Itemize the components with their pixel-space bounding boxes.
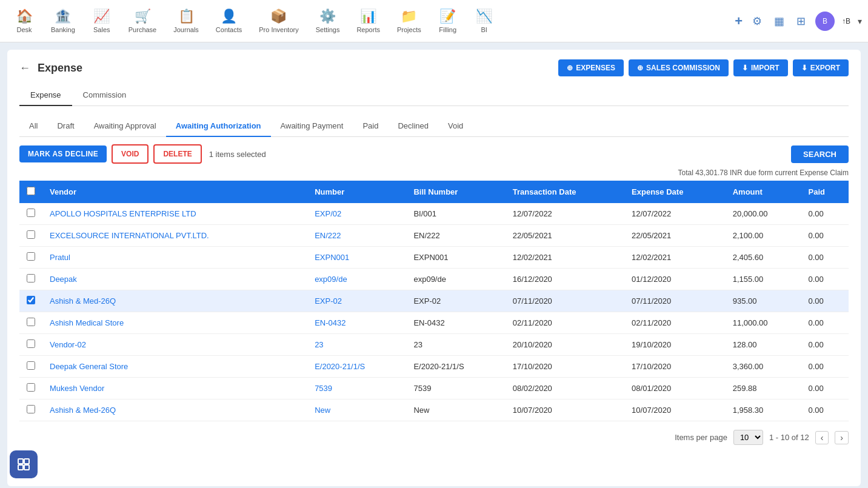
nav-item-purchase[interactable]: 🛒 Purchase [120, 4, 165, 38]
vendor-cell-2[interactable]: Pratul [42, 247, 307, 269]
table-row: Ashish Medical StoreEN-0432EN-043202/11/… [19, 312, 849, 334]
row-checkbox-9[interactable] [27, 405, 35, 413]
filter-tab-all[interactable]: All [19, 116, 47, 137]
sales-label: Sales [93, 26, 110, 33]
filter-tab-declined[interactable]: Declined [388, 116, 438, 137]
nav-chevron-icon[interactable]: ▾ [858, 16, 862, 26]
filter-tab-awaiting-payment[interactable]: Awaiting Payment [271, 116, 353, 137]
back-button[interactable]: ← [19, 62, 30, 75]
vendor-cell-9[interactable]: Ashish & Med-26Q [42, 399, 307, 421]
expenses-button[interactable]: ⊕ EXPENSES [558, 59, 624, 76]
projects-label: Projects [397, 26, 421, 33]
number-cell-3[interactable]: exp09/de [307, 269, 406, 290]
mark-as-decline-button[interactable]: MARK AS DECLINE [19, 145, 107, 162]
avatar[interactable]: B [815, 12, 835, 31]
row-checkbox-cell-9[interactable] [19, 399, 42, 421]
number-cell-7[interactable]: E/2020-21/1/S [307, 356, 406, 378]
total-info: Total 43,301.78 INR due form current Exp… [19, 169, 849, 177]
expense-date-cell-7: 17/10/2020 [624, 356, 726, 378]
contacts-icon: 👤 [221, 8, 237, 24]
number-cell-9[interactable]: New [307, 399, 406, 421]
vendor-cell-6[interactable]: Vendor-02 [42, 334, 307, 356]
search-button[interactable]: SEARCH [791, 145, 849, 163]
number-cell-6[interactable]: 23 [307, 334, 406, 356]
row-checkbox-5[interactable] [27, 318, 35, 326]
col-header-3: Bill Number [406, 181, 505, 203]
row-checkbox-cell-3[interactable] [19, 269, 42, 290]
sales-commission-button[interactable]: ⊕ SALES COMMISSION [629, 59, 729, 76]
row-checkbox-cell-8[interactable] [19, 378, 42, 399]
table-row: APOLLO HOSPITALS ENTERPRISE LTDEXP/02BI/… [19, 203, 849, 225]
number-cell-1[interactable]: EN/222 [307, 225, 406, 247]
col-header-0[interactable] [19, 181, 42, 203]
grid-nav-icon[interactable]: ▦ [772, 12, 787, 30]
import-button[interactable]: ⬇ IMPORT [733, 59, 788, 76]
row-checkbox-2[interactable] [27, 252, 35, 261]
row-checkbox-6[interactable] [27, 339, 35, 348]
table-row: Deepak General StoreE/2020-21/1/SE/2020-… [19, 356, 849, 378]
row-checkbox-cell-0[interactable] [19, 203, 42, 225]
select-all-checkbox[interactable] [27, 187, 35, 195]
number-cell-8[interactable]: 7539 [307, 378, 406, 399]
settings-nav-icon[interactable]: ⚙ [750, 12, 764, 30]
nav-item-settings[interactable]: ⚙️ Settings [307, 4, 349, 38]
export-button[interactable]: ⬇ EXPORT [793, 59, 849, 76]
filter-tab-awaiting-authorization[interactable]: Awaiting Authorization [166, 116, 271, 137]
filter-tabs: AllDraftAwaiting ApprovalAwaiting Author… [19, 116, 849, 137]
pagination-next[interactable]: › [835, 431, 849, 444]
pagination-prev[interactable]: ‹ [815, 431, 829, 444]
number-cell-5[interactable]: EN-0432 [307, 312, 406, 334]
bottom-menu-icon[interactable] [10, 450, 38, 478]
row-checkbox-8[interactable] [27, 383, 35, 392]
number-cell-4[interactable]: EXP-02 [307, 290, 406, 312]
nav-item-filling[interactable]: 📝 Filling [430, 4, 466, 38]
nav-item-reports[interactable]: 📊 Reports [348, 4, 389, 38]
vendor-cell-5[interactable]: Ashish Medical Store [42, 312, 307, 334]
nav-item-bi[interactable]: 📉 BI [466, 4, 502, 38]
row-checkbox-cell-1[interactable] [19, 225, 42, 247]
number-cell-0[interactable]: EXP/02 [307, 203, 406, 225]
row-checkbox-cell-5[interactable] [19, 312, 42, 334]
transaction-date-cell-0: 12/07/2022 [506, 203, 624, 225]
items-per-page-select[interactable]: 10 25 50 [733, 430, 763, 445]
delete-button[interactable]: DELETE [153, 144, 201, 164]
sub-tab-expense[interactable]: Expense [19, 85, 72, 106]
sub-tab-commission[interactable]: Commission [72, 85, 138, 106]
void-button[interactable]: VOID [112, 144, 149, 164]
nav-item-sales[interactable]: 📈 Sales [84, 4, 120, 38]
row-checkbox-cell-2[interactable] [19, 247, 42, 269]
nav-item-banking[interactable]: 🏦 Banking [42, 4, 84, 38]
add-button[interactable]: + [735, 13, 743, 29]
paid-cell-5: 0.00 [801, 312, 849, 334]
filter-tab-void[interactable]: Void [438, 116, 473, 137]
vendor-cell-3[interactable]: Deepak [42, 269, 307, 290]
vendor-cell-4[interactable]: Ashish & Med-26Q [42, 290, 307, 312]
vendor-cell-1[interactable]: EXCELSOURCE INTERNATIONAL PVT.LTD. [42, 225, 307, 247]
filter-tab-draft[interactable]: Draft [47, 116, 84, 137]
amount-cell-1: 2,100.00 [726, 225, 801, 247]
row-checkbox-3[interactable] [27, 274, 35, 282]
vendor-cell-7[interactable]: Deepak General Store [42, 356, 307, 378]
row-checkbox-cell-4[interactable] [19, 290, 42, 312]
row-checkbox-0[interactable] [27, 209, 35, 217]
sales-commission-icon: ⊕ [637, 64, 643, 72]
nav-item-projects[interactable]: 📁 Projects [389, 4, 430, 38]
filter-tab-paid[interactable]: Paid [353, 116, 388, 137]
nav-item-journals[interactable]: 📋 Journals [165, 4, 207, 38]
paid-cell-4: 0.00 [801, 290, 849, 312]
number-cell-2[interactable]: EXPN001 [307, 247, 406, 269]
export-nav-icon[interactable]: ⊞ [794, 12, 808, 30]
filter-tab-awaiting-approval[interactable]: Awaiting Approval [84, 116, 166, 137]
bi-icon: 📉 [476, 8, 492, 24]
vendor-cell-0[interactable]: APOLLO HOSPITALS ENTERPRISE LTD [42, 203, 307, 225]
nav-item-desk[interactable]: 🏠 Desk [6, 4, 42, 38]
row-checkbox-cell-6[interactable] [19, 334, 42, 356]
nav-item-pro-inventory[interactable]: 📦 Pro Inventory [250, 4, 307, 38]
row-checkbox-4[interactable] [27, 296, 35, 304]
row-checkbox-cell-7[interactable] [19, 356, 42, 378]
filling-label: Filling [439, 26, 456, 33]
vendor-cell-8[interactable]: Mukesh Vendor [42, 378, 307, 399]
row-checkbox-7[interactable] [27, 361, 35, 370]
row-checkbox-1[interactable] [27, 230, 35, 239]
nav-item-contacts[interactable]: 👤 Contacts [207, 4, 250, 38]
